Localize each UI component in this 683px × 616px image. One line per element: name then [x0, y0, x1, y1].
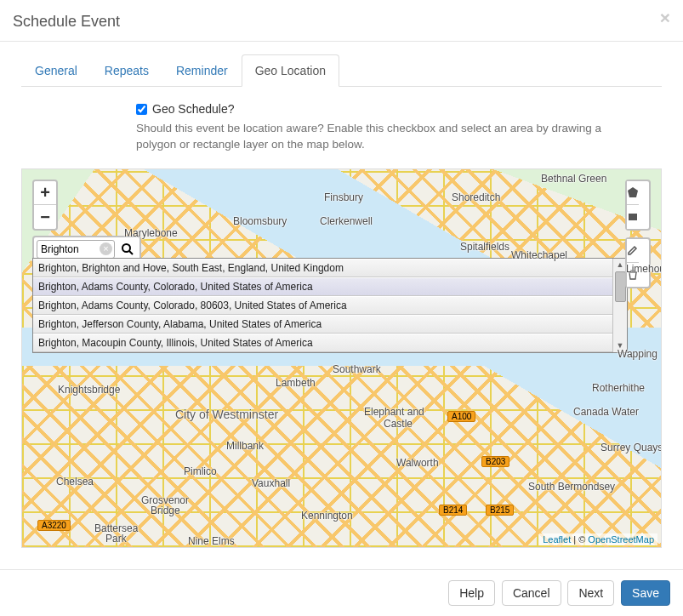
map-place-label: Shoreditch [452, 191, 500, 203]
map-place-label: Nine Elms [188, 535, 235, 547]
search-result-item[interactable]: Brighton, Macoupin County, Illinois, Uni… [33, 334, 612, 352]
road-shield: A100 [447, 411, 475, 422]
trash-icon [627, 269, 639, 281]
road-shield: B203 [481, 456, 509, 467]
svg-line-1 [129, 251, 133, 254]
clear-search-icon[interactable]: × [100, 242, 112, 255]
draw-rectangle-button[interactable] [627, 205, 639, 229]
edit-tools [625, 237, 651, 288]
next-button[interactable]: Next [567, 580, 614, 606]
rectangle-icon [627, 211, 639, 223]
map-attribution: Leaflet | © OpenStreetMap [539, 533, 657, 545]
map-place-label: Vauxhall [252, 477, 290, 489]
road-shield: B214 [439, 505, 467, 516]
tab-repeats[interactable]: Repeats [91, 54, 162, 87]
map-place-label: Surrey Quays [600, 442, 662, 453]
close-button[interactable]: × [660, 9, 670, 26]
modal-footer: Help Cancel Next Save [0, 569, 683, 616]
map-place-label: Southwark [333, 363, 381, 375]
search-result-item[interactable]: Brighton, Adams County, Colorado, United… [33, 277, 612, 296]
tab-geo-location[interactable]: Geo Location [242, 54, 339, 87]
geo-schedule-label: Geo Schedule? [152, 102, 235, 116]
map-place-label: Chelsea [56, 476, 94, 488]
svg-point-0 [122, 244, 130, 252]
search-result-item[interactable]: Brighton, Jefferson County, Alabama, Uni… [33, 315, 612, 334]
map-place-label: Knightsbridge [58, 384, 120, 396]
map-place-label: Canada Water [573, 406, 639, 418]
search-icon [121, 242, 134, 256]
draw-polygon-button[interactable] [627, 181, 639, 205]
geo-schedule-checkbox[interactable] [136, 104, 147, 115]
tabs: General Repeats Reminder Geo Location [21, 54, 662, 87]
map-place-label: Lambeth [276, 377, 316, 389]
search-result-item[interactable]: Brighton, Adams County, Colorado, 80603,… [33, 296, 612, 315]
map-place-label: Elephant and [364, 406, 424, 418]
geo-help-text: Should this event be location aware? Ena… [136, 121, 628, 153]
map-place-label: City of Westminster [175, 408, 278, 421]
map-place-label: Bethnal Green [541, 173, 606, 185]
delete-layers-button[interactable] [627, 263, 639, 287]
osm-link[interactable]: OpenStreetMap [588, 534, 654, 545]
map-place-label: Finsbury [324, 191, 363, 203]
search-results: Brighton, Brighton and Hove, South East,… [32, 258, 628, 353]
cancel-button[interactable]: Cancel [502, 580, 561, 606]
save-button[interactable]: Save [621, 580, 670, 606]
map[interactable]: + − × Brighton, Brighton and Hove, South… [21, 168, 662, 548]
zoom-in-button[interactable]: + [34, 181, 56, 205]
search-result-item[interactable]: Brighton, Brighton and Hove, South East,… [33, 259, 612, 277]
map-place-label: Park [105, 533, 127, 545]
tab-reminder[interactable]: Reminder [162, 54, 242, 87]
map-place-label: Kennington [301, 510, 353, 522]
road-shield: A3220 [37, 520, 71, 531]
edit-icon [627, 244, 639, 256]
modal-title: Schedule Event [13, 13, 120, 30]
scroll-down-icon[interactable]: ▼ [613, 339, 627, 352]
map-place-label: Clerkenwell [320, 215, 373, 227]
modal-header: Schedule Event × [0, 0, 683, 42]
search-button[interactable] [118, 240, 137, 259]
edit-layers-button[interactable] [627, 239, 639, 263]
zoom-out-button[interactable]: − [34, 205, 56, 229]
map-place-label: Bridge [151, 505, 180, 516]
tab-content-geo: Geo Schedule? Should this event be locat… [21, 87, 662, 548]
geo-schedule-checkbox-row[interactable]: Geo Schedule? [136, 102, 662, 116]
map-place-label: Castle [384, 418, 413, 430]
modal-body: General Repeats Reminder Geo Location Ge… [0, 42, 683, 556]
tab-general[interactable]: General [21, 54, 91, 87]
map-place-label: Rotherhithe [592, 382, 645, 394]
svg-rect-3 [629, 214, 637, 220]
map-place-label: Grosvenor [141, 494, 189, 506]
leaflet-link[interactable]: Leaflet [543, 534, 571, 545]
map-place-label: Spitalfields [460, 241, 509, 253]
draw-tools [625, 180, 651, 231]
svg-marker-2 [628, 187, 638, 197]
map-place-label: Pimlico [184, 465, 217, 477]
map-place-label: Walworth [396, 457, 439, 469]
road-shield: B215 [486, 505, 514, 516]
zoom-control: + − [32, 180, 58, 231]
map-place-label: Battersea [94, 522, 138, 534]
map-place-label: South Bermondsey [528, 481, 615, 493]
polygon-icon [627, 186, 639, 198]
map-place-label: Millbank [226, 440, 264, 452]
help-button[interactable]: Help [448, 580, 495, 606]
map-place-label: Bloomsbury [233, 215, 287, 227]
